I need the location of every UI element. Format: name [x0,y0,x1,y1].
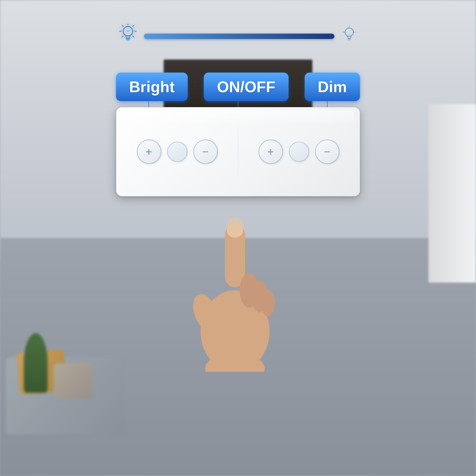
svg-line-8 [122,36,123,37]
svg-point-32 [261,290,275,316]
dim-bulb-icon [342,26,357,47]
bright-minus-button[interactable]: − [193,140,218,164]
bright-plus-button[interactable]: + [137,140,161,164]
onoff-right-button[interactable] [289,142,309,162]
bright-bulb-icon [119,24,137,49]
dim-label-badge: Dim [305,73,360,101]
svg-line-5 [133,25,134,26]
button-group-left: + − [116,140,238,164]
hand-container [178,199,298,372]
button-group-right: + − [238,140,360,164]
plus-icon-right: + [267,146,274,157]
plus-icon: + [145,146,152,157]
brightness-section [119,24,357,49]
minus-icon: − [202,146,209,157]
svg-line-9 [133,36,134,37]
onoff-left-button[interactable] [167,142,187,162]
dim-plus-button[interactable]: + [259,140,283,164]
dim-minus-button[interactable]: − [315,140,339,164]
hand-svg [178,199,292,372]
minus-icon-right: − [324,146,330,157]
labels-and-panel: Bright ON/OFF Dim [116,73,360,196]
label-badges-row: Bright ON/OFF Dim [116,73,360,101]
main-container: Bright ON/OFF Dim [0,0,476,476]
svg-line-4 [122,25,123,26]
switch-panel: + − + − [116,107,360,196]
onoff-label-badge: ON/OFF [204,73,288,101]
brightness-track[interactable] [144,34,334,39]
panel-divider [238,122,238,181]
bright-label-badge: Bright [116,73,188,101]
svg-point-10 [345,28,353,36]
svg-point-34 [226,217,244,233]
